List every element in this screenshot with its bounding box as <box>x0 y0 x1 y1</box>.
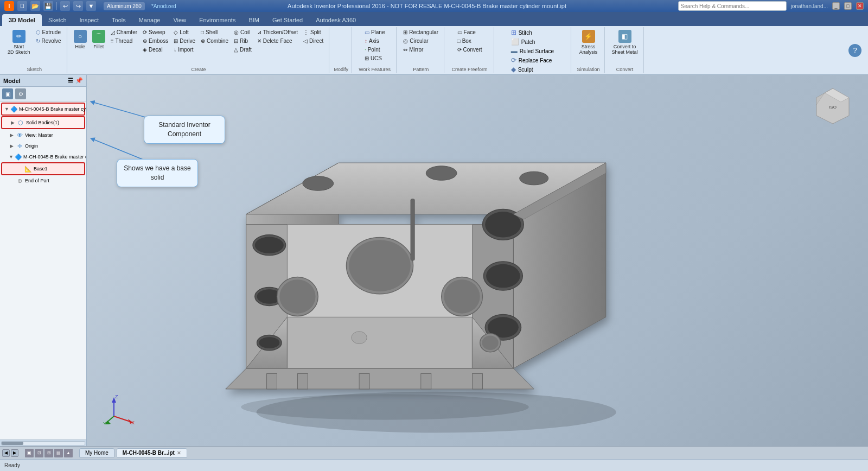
decal-button[interactable]: ◈ Decal <box>141 46 170 54</box>
coil-button[interactable]: ◎ Coil <box>232 28 254 36</box>
tab-manage[interactable]: Manage <box>132 14 167 26</box>
prev-arrow[interactable]: ◀ <box>2 449 10 457</box>
search-input[interactable] <box>678 1 787 11</box>
fillet-label: Fillet <box>93 44 104 49</box>
sweep-button[interactable]: ⟳ Sweep <box>141 28 170 36</box>
revolve-button[interactable]: ↻ Revolve <box>34 37 63 45</box>
tree-item-part2[interactable]: ▼ 🔷 M-CH-0045-B Brake master cylin <box>1 151 85 162</box>
close-button[interactable]: ✕ <box>856 2 864 10</box>
derive-button[interactable]: ⊞ Derive <box>171 37 197 45</box>
emboss-button[interactable]: ⊕ Emboss <box>141 37 170 45</box>
tab-sketch[interactable]: Sketch <box>42 14 73 26</box>
properties-tab-icon[interactable]: ⚙ <box>15 88 26 99</box>
tab-3dmodel[interactable]: 3D Model <box>2 14 42 26</box>
root-expand[interactable]: ▼ <box>4 106 9 112</box>
sketch-buttons: ✏ Start2D Sketch ⬡ Extrude ↻ Revolve <box>5 28 63 66</box>
sidebar-scrollbar[interactable] <box>0 440 86 446</box>
tree-item-view-master[interactable]: ▶ 👁 View: Master <box>1 130 85 141</box>
hole-button[interactable]: ○ Hole <box>72 28 89 51</box>
chamfer-button[interactable]: ◿ Chamfer <box>108 28 139 36</box>
extrude-button[interactable]: ⬡ Extrude <box>34 28 63 36</box>
view-icon-4[interactable]: ▤ <box>54 449 63 457</box>
status-text: Ready <box>4 462 20 468</box>
tab-getstarted[interactable]: Get Started <box>266 14 309 26</box>
tab-view[interactable]: View <box>167 14 193 26</box>
view-up-icon[interactable]: ▲ <box>64 449 73 457</box>
tab-myhome[interactable]: My Home <box>79 448 114 457</box>
ucs-button[interactable]: ⊞ UCS <box>362 54 387 62</box>
close-part-tab[interactable]: ✕ <box>177 450 181 456</box>
tab-tools[interactable]: Tools <box>105 14 132 26</box>
solid-bodies-expand[interactable]: ▶ <box>10 120 15 125</box>
tab-inspect[interactable]: Inspect <box>73 14 105 26</box>
draft-button[interactable]: △ Draft <box>232 46 254 54</box>
tab-environments[interactable]: Environments <box>193 14 242 26</box>
tab-a360[interactable]: Autodesk A360 <box>309 14 362 26</box>
patch-button[interactable]: ⬜ Patch <box>510 37 557 46</box>
tree-item-eop[interactable]: ⊕ End of Part <box>1 175 85 186</box>
face-button[interactable]: ▭ Face <box>455 28 484 36</box>
view-icon-1[interactable]: ▣ <box>25 449 34 457</box>
derive-icon: ⊞ <box>174 38 178 44</box>
ruled-surface-button[interactable]: ▬ Ruled Surface <box>510 47 557 55</box>
sketch-sub-buttons: ⬡ Extrude ↻ Revolve <box>34 28 63 45</box>
origin-expand[interactable]: ▶ <box>9 143 14 149</box>
new-button[interactable]: 🗋 <box>17 1 27 11</box>
tree-item-root[interactable]: ▼ 🔷 M-CH-0045-B Brake master cylinder <box>1 103 85 116</box>
convert-ff-button[interactable]: ⟳ Convert <box>455 46 484 54</box>
thicken-button[interactable]: ⊿ Thicken/Offset <box>255 28 300 36</box>
view-icon-2[interactable]: ⊡ <box>35 449 43 457</box>
axis-button[interactable]: ↕ Axis <box>362 37 387 45</box>
box-ff-button[interactable]: □ Box <box>455 37 484 45</box>
direct-button[interactable]: ◁ Direct <box>301 37 326 45</box>
tree-item-origin[interactable]: ▶ ✛ Origin <box>1 141 85 151</box>
part-label: M-CH-0045-B Br...ipt <box>123 450 175 456</box>
model-tab-icon[interactable]: ▣ <box>2 88 13 99</box>
replace-face-button[interactable]: ⟳ Replace Face <box>510 56 557 65</box>
emboss-label: Emboss <box>149 38 168 44</box>
save-button[interactable]: 💾 <box>43 1 53 11</box>
next-arrow[interactable]: ▶ <box>11 449 18 457</box>
fillet-button[interactable]: ⌒ Fillet <box>90 28 107 51</box>
minimize-button[interactable]: _ <box>832 2 840 10</box>
svg-rect-15 <box>297 374 308 389</box>
plane-button[interactable]: ▭ Plane <box>362 28 387 36</box>
loft-button[interactable]: ◇ Loft <box>171 28 197 36</box>
view-icon-3[interactable]: ⊞ <box>44 449 53 457</box>
stitch-button[interactable]: ⊞ Stitch <box>510 28 557 37</box>
thread-button[interactable]: ≡ Thread <box>108 37 139 45</box>
start-2d-sketch-button[interactable]: ✏ Start2D Sketch <box>5 28 33 56</box>
stress-analysis-button[interactable]: ⚡ StressAnalysis <box>577 28 600 56</box>
convert-sheet-button[interactable]: ◧ Convert toSheet Metal <box>610 28 640 56</box>
combine-button[interactable]: ⊗ Combine <box>199 37 231 45</box>
3d-viewport[interactable]: Standard Inventor Component Shows we hav… <box>87 75 868 446</box>
open-button[interactable]: 📂 <box>30 1 40 11</box>
pin-icon[interactable]: 📌 <box>75 77 83 84</box>
rib-button[interactable]: ⊟ Rib <box>232 37 254 45</box>
split-button[interactable]: ⋮ Split <box>301 28 326 36</box>
filter-icon[interactable]: ☰ <box>68 77 73 84</box>
help-button[interactable]: ? <box>848 44 861 57</box>
scroll-thumb[interactable] <box>2 442 23 445</box>
deleteface-button[interactable]: ✕ Delete Face <box>255 37 300 45</box>
import-button[interactable]: ↓ Import <box>171 46 197 54</box>
circular-button[interactable]: ◎ Circular <box>401 37 441 45</box>
redo-button[interactable]: ↪ <box>73 1 83 11</box>
tab-bim[interactable]: BIM <box>242 14 266 26</box>
tree-item-base1[interactable]: 📐 Base1 <box>1 162 85 175</box>
view-master-expand[interactable]: ▶ <box>9 132 14 138</box>
view-cube[interactable]: ISO <box>814 86 852 124</box>
restore-button[interactable]: □ <box>844 2 852 10</box>
undo-button[interactable]: ↩ <box>60 1 70 11</box>
more-qat-button[interactable]: ▼ <box>86 1 96 11</box>
sculpt-button[interactable]: ◆ Sculpt <box>510 65 557 74</box>
tab-part[interactable]: M-CH-0045-B Br...ipt ✕ <box>117 448 187 457</box>
tree-item-solid-bodies[interactable]: ▶ ⬡ Solid Bodies(1) <box>1 116 85 129</box>
material-dropdown[interactable]: Aluminum 260 <box>104 2 145 10</box>
part2-expand[interactable]: ▼ <box>9 154 14 160</box>
rectangular-button[interactable]: ⊞ Rectangular <box>401 28 441 36</box>
point-button[interactable]: · Point <box>362 46 387 54</box>
model-tree: ▼ 🔷 M-CH-0045-B Brake master cylinder ▶ … <box>0 101 86 440</box>
shell-button[interactable]: □ Shell <box>199 28 231 36</box>
mirror-button[interactable]: ⇔ Mirror <box>401 46 441 54</box>
